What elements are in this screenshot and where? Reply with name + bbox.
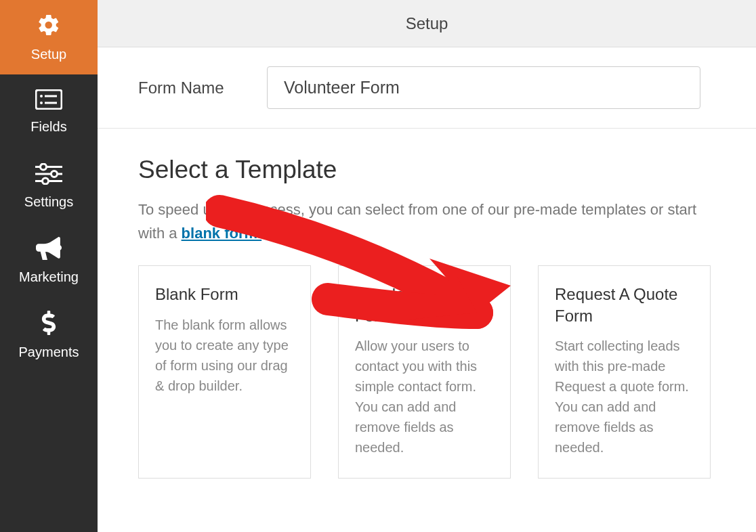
form-name-label: Form Name (138, 79, 267, 97)
svg-point-9 (51, 171, 58, 177)
section-description: To speed up the process, you can select … (138, 198, 715, 245)
template-section: Select a Template To speed up the proces… (98, 129, 756, 479)
sidebar-item-payments[interactable]: Payments (0, 298, 98, 372)
svg-point-1 (40, 95, 43, 97)
sidebar-item-label: Marketing (19, 269, 79, 285)
template-simple-contact-form[interactable]: Simple Contact Form Allow your users to … (338, 265, 511, 478)
svg-point-8 (41, 164, 47, 170)
template-blank-form[interactable]: Blank Form The blank form allows you to … (138, 265, 311, 478)
svg-rect-2 (45, 95, 57, 97)
list-icon (35, 89, 62, 112)
template-desc: Allow your users to contact you with thi… (355, 336, 494, 458)
gear-icon (37, 13, 61, 40)
template-grid: Blank Form The blank form allows you to … (138, 265, 715, 478)
dollar-icon (41, 311, 56, 338)
template-desc: Start collecting leads with this pre-mad… (555, 336, 694, 458)
template-request-a-quote-form[interactable]: Request A Quote Form Start collecting le… (538, 265, 711, 478)
sidebar-item-label: Fields (30, 119, 66, 135)
sidebar-item-label: Payments (19, 345, 79, 360)
form-name-row: Form Name (98, 47, 756, 129)
template-title: Simple Contact Form (355, 284, 494, 326)
sliders-icon (35, 163, 62, 187)
svg-rect-0 (36, 90, 62, 109)
template-title: Blank Form (155, 284, 294, 305)
template-title: Request A Quote Form (555, 284, 694, 326)
sidebar: Setup Fields Settings Marketing Payments (0, 0, 98, 532)
main-panel: Setup Form Name Select a Template To spe… (98, 0, 756, 532)
template-desc: The blank form allows you to create any … (155, 315, 294, 396)
svg-point-10 (43, 178, 49, 184)
page-title: Setup (98, 0, 756, 47)
section-heading: Select a Template (138, 156, 715, 184)
svg-point-3 (40, 102, 43, 104)
svg-rect-4 (45, 102, 57, 104)
blank-form-link[interactable]: blank form. (182, 225, 262, 242)
sidebar-item-settings[interactable]: Settings (0, 149, 98, 223)
form-name-input[interactable] (267, 66, 700, 109)
bullhorn-icon (36, 237, 62, 263)
app-root: Setup Fields Settings Marketing Payments (0, 0, 756, 532)
sidebar-item-fields[interactable]: Fields (0, 74, 98, 149)
sidebar-item-label: Setup (31, 47, 66, 62)
sidebar-item-setup[interactable]: Setup (0, 0, 98, 74)
sidebar-item-marketing[interactable]: Marketing (0, 223, 98, 298)
sidebar-item-label: Settings (24, 194, 73, 210)
